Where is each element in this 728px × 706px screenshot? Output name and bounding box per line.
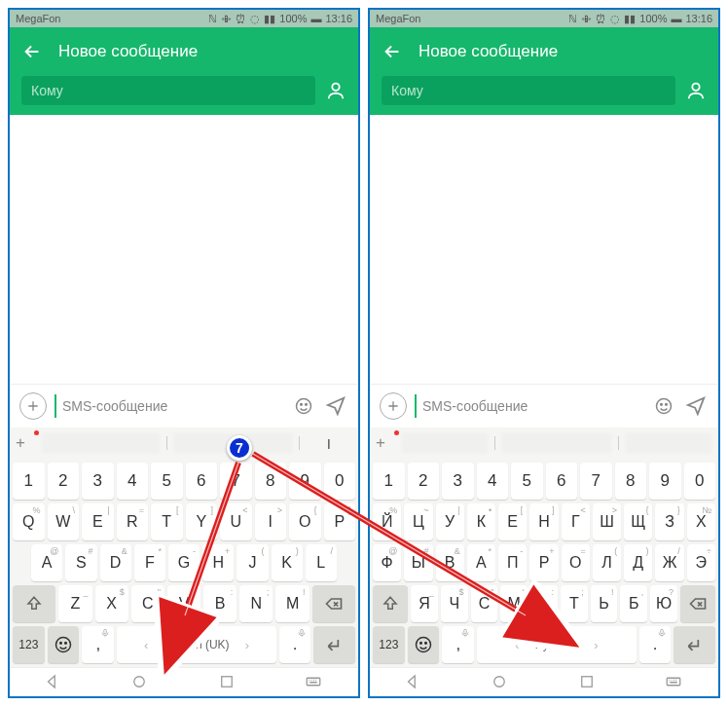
comma-key[interactable]: ,: [442, 626, 474, 663]
send-button[interactable]: [325, 394, 348, 418]
key-Ь[interactable]: Ь!: [591, 585, 618, 622]
nav-back-button[interactable]: [404, 673, 423, 692]
key-X[interactable]: X$: [95, 585, 128, 622]
shift-key[interactable]: [13, 585, 55, 622]
enter-key[interactable]: [313, 626, 355, 663]
key-4[interactable]: 4: [477, 463, 509, 500]
key-Щ[interactable]: Щ{: [624, 503, 652, 540]
key-К[interactable]: К•: [467, 503, 495, 540]
key-9[interactable]: 9: [649, 463, 681, 500]
emoji-button[interactable]: [650, 392, 677, 420]
key-7[interactable]: 7: [220, 463, 252, 500]
key-M[interactable]: M!: [275, 585, 309, 622]
shift-key[interactable]: [373, 585, 408, 622]
suggestion-pill[interactable]: [401, 432, 489, 454]
key-H[interactable]: H+: [202, 544, 234, 581]
key-М[interactable]: М': [500, 585, 528, 622]
key-Q[interactable]: Q%: [13, 503, 45, 540]
nav-home-button[interactable]: [491, 673, 510, 692]
key-B[interactable]: B:: [203, 585, 237, 622]
key-Н[interactable]: Н]: [529, 503, 558, 540]
expand-suggestions-button[interactable]: +: [376, 433, 395, 453]
key-6[interactable]: 6: [546, 463, 578, 500]
key-9[interactable]: 9: [289, 463, 321, 500]
key-K[interactable]: K): [272, 544, 303, 581]
key-8[interactable]: 8: [615, 463, 647, 500]
key-А[interactable]: А*: [467, 544, 495, 581]
key-Ш[interactable]: Ш>: [593, 503, 621, 540]
key-J[interactable]: J(: [237, 544, 268, 581]
key-G[interactable]: G-: [168, 544, 200, 581]
key-R[interactable]: R=: [117, 503, 149, 540]
key-Г[interactable]: Г<: [562, 503, 590, 540]
key-0[interactable]: 0: [324, 463, 356, 500]
key-1[interactable]: 1: [13, 463, 45, 500]
key-Ы[interactable]: Ы#: [404, 544, 432, 581]
emoji-key[interactable]: [408, 626, 440, 663]
key-O[interactable]: O{: [289, 503, 321, 540]
key-V[interactable]: V': [167, 585, 200, 622]
key-Л[interactable]: Л(: [593, 544, 621, 581]
recipient-input[interactable]: Кому: [21, 76, 315, 105]
key-C[interactable]: C": [131, 585, 164, 622]
key-3[interactable]: 3: [82, 463, 114, 500]
back-button[interactable]: [21, 41, 43, 62]
key-I[interactable]: I>: [255, 503, 287, 540]
sms-input[interactable]: SMS-сообщение: [55, 394, 282, 418]
key-U[interactable]: U<: [220, 503, 252, 540]
contact-picker-button[interactable]: [685, 80, 707, 101]
suggestion-pill[interactable]: [501, 432, 611, 454]
key-Ж[interactable]: Ж/: [655, 544, 683, 581]
key-Я[interactable]: Я_: [411, 585, 438, 622]
key-N[interactable]: N;: [239, 585, 273, 622]
key-Y[interactable]: Y]: [186, 503, 218, 540]
send-button[interactable]: [685, 394, 709, 418]
backspace-key[interactable]: [312, 585, 355, 622]
symbols-key[interactable]: 123: [373, 626, 405, 663]
nav-back-button[interactable]: [44, 673, 63, 692]
key-Б[interactable]: Б,: [620, 585, 647, 622]
backspace-key[interactable]: [680, 585, 715, 622]
back-button[interactable]: [382, 41, 403, 62]
key-0[interactable]: 0: [684, 463, 716, 500]
enter-key[interactable]: [673, 626, 715, 663]
key-2[interactable]: 2: [408, 463, 440, 500]
key-Ю[interactable]: Ю?: [650, 585, 677, 622]
spacebar[interactable]: ‹ Русский ›: [477, 626, 637, 663]
key-П[interactable]: П-: [498, 544, 527, 581]
key-F[interactable]: F*: [134, 544, 165, 581]
key-Э[interactable]: Э÷: [687, 544, 715, 581]
key-Ц[interactable]: Ц~: [404, 503, 432, 540]
emoji-button[interactable]: [290, 392, 317, 420]
key-7[interactable]: 7: [580, 463, 612, 500]
attach-button[interactable]: [19, 392, 47, 420]
key-5[interactable]: 5: [151, 463, 183, 500]
key-A[interactable]: A@: [31, 544, 62, 581]
key-W[interactable]: W\: [48, 503, 80, 540]
key-Ф[interactable]: Ф@: [373, 544, 401, 581]
attach-button[interactable]: [380, 392, 407, 420]
period-key[interactable]: .: [279, 626, 311, 663]
spacebar[interactable]: ‹ English (UK) ›: [117, 626, 276, 663]
recipient-input[interactable]: Кому: [382, 76, 675, 105]
sms-input[interactable]: SMS-сообщение: [415, 394, 642, 418]
nav-recent-button[interactable]: [218, 673, 237, 692]
key-Е[interactable]: Е[: [498, 503, 527, 540]
period-key[interactable]: .: [639, 626, 672, 663]
key-E[interactable]: E|: [82, 503, 114, 540]
key-P[interactable]: P}: [324, 503, 356, 540]
key-З[interactable]: З}: [655, 503, 683, 540]
comma-key[interactable]: ,: [82, 626, 114, 663]
key-И[interactable]: И:: [530, 585, 558, 622]
key-В[interactable]: В&: [436, 544, 464, 581]
symbols-key[interactable]: 123: [13, 626, 45, 663]
nav-keyboard-button[interactable]: [665, 673, 684, 692]
key-T[interactable]: T[: [151, 503, 183, 540]
key-D[interactable]: D&: [100, 544, 131, 581]
expand-suggestions-button[interactable]: +: [16, 433, 35, 453]
key-Z[interactable]: Z_: [58, 585, 91, 622]
key-8[interactable]: 8: [255, 463, 287, 500]
nav-home-button[interactable]: [130, 673, 150, 692]
key-С[interactable]: С": [471, 585, 498, 622]
contact-picker-button[interactable]: [325, 80, 346, 101]
